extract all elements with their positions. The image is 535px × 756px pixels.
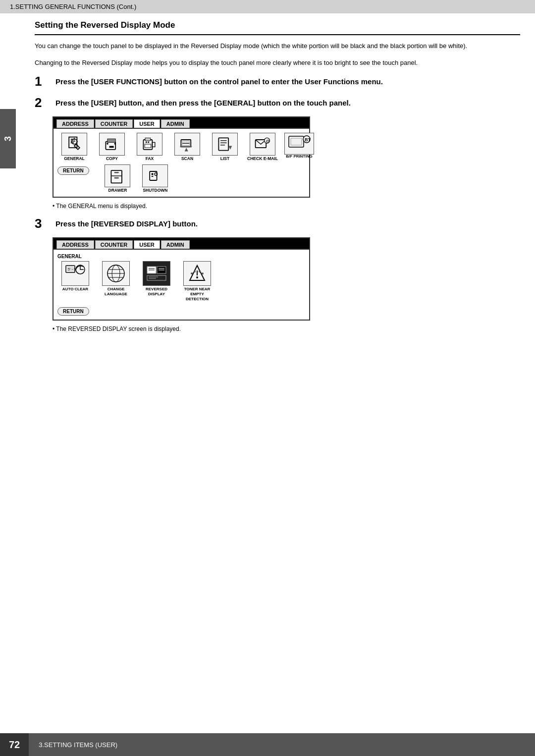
- svg-rect-14: [145, 144, 151, 148]
- svg-point-62: [194, 270, 196, 272]
- tab2-counter[interactable]: COUNTER: [95, 240, 133, 249]
- icon-reversed-display[interactable]: REVERSED DISPLAY: [139, 261, 174, 301]
- icon-auto-clear[interactable]: 5'→5' AUTO CLEAR: [57, 261, 93, 301]
- icon-auto-clear-label: AUTO CLEAR: [62, 287, 88, 292]
- return-button-1[interactable]: RETURN: [57, 166, 89, 175]
- svg-text:@: @: [266, 139, 269, 144]
- step-2: 2 Press the [USER] button, and then pres…: [35, 96, 520, 110]
- icon-copy[interactable]: COPY: [95, 133, 129, 161]
- screen-1-right-col: BT B/F PRINTING: [281, 133, 317, 193]
- svg-rect-38: [291, 138, 302, 145]
- step-1: 1 Press the [USER FUNCTIONS] button on t…: [35, 74, 520, 89]
- icon-list[interactable]: LIST: [208, 133, 242, 161]
- svg-rect-13: [145, 138, 151, 141]
- svg-point-64: [202, 272, 204, 274]
- icon-check-email-box: @: [250, 133, 275, 156]
- icon-drawer-box: [105, 164, 130, 187]
- section-title: Setting the Reversed Display Mode: [35, 13, 520, 35]
- step-1-text: Press the [USER FUNCTIONS] button on the…: [55, 74, 383, 87]
- icon-fax-label: FAX: [146, 157, 154, 161]
- icon-list-label: LIST: [220, 157, 229, 161]
- svg-rect-7: [106, 142, 115, 150]
- svg-rect-22: [218, 138, 228, 151]
- svg-rect-34: [152, 173, 154, 175]
- icon-shutdown-box: [142, 164, 168, 187]
- chapter-tab: 3: [0, 109, 16, 168]
- svg-point-11: [114, 143, 116, 145]
- svg-rect-56: [147, 275, 166, 280]
- icon-check-email-label: CHECK E-MAIL: [247, 157, 278, 161]
- tab-counter[interactable]: COUNTER: [95, 119, 133, 128]
- icon-drawer[interactable]: DRAWER: [101, 164, 134, 193]
- screen-2: ADDRESS COUNTER USER ADMIN GENERAL 5'→5': [53, 237, 310, 321]
- step-1-number: 1: [35, 74, 53, 89]
- icon-fax[interactable]: FAX: [133, 133, 166, 161]
- icon-list-box: [212, 133, 238, 156]
- icon-toner-detection-label: TONER NEAR EMPTY DETECTION: [179, 287, 215, 301]
- screen-1-row2: RETURN: [57, 164, 279, 193]
- svg-text:5'→5': 5'→5': [68, 268, 76, 271]
- tab2-user[interactable]: USER: [134, 240, 160, 249]
- icon-general-label: GENERAL: [64, 157, 85, 161]
- icon-general[interactable]: GENERAL: [57, 133, 91, 161]
- screen-2-section-label: GENERAL: [57, 254, 305, 259]
- svg-rect-8: [107, 139, 115, 142]
- icon-change-language-box: [102, 261, 130, 286]
- step-2-number: 2: [35, 96, 53, 110]
- screen-2-tab-row: ADDRESS COUNTER USER ADMIN: [54, 238, 309, 249]
- icon-reversed-display-box: [143, 261, 170, 286]
- intro-text-2: Changing to the Reversed Display mode he…: [35, 58, 520, 68]
- footer: 72 3.SETTING ITEMS (USER): [0, 733, 535, 756]
- breadcrumb: 1.SETTING GENERAL FUNCTIONS (Cont.): [0, 0, 535, 13]
- screen-1-body: GENERAL: [54, 128, 309, 197]
- screen-2-body: GENERAL 5'→5' AUTO CLEAR: [54, 249, 309, 320]
- svg-rect-35: [152, 176, 154, 177]
- icon-shutdown[interactable]: SHUTDOWN: [138, 164, 172, 193]
- svg-rect-31: [114, 177, 119, 178]
- tab2-admin[interactable]: ADMIN: [161, 240, 190, 249]
- tab2-address[interactable]: ADDRESS: [56, 240, 94, 249]
- svg-rect-19: [180, 146, 192, 148]
- icon-change-language-label: CHANGE LANGUAGE: [98, 287, 134, 296]
- step-2-text: Press the [USER] button, and then press …: [55, 96, 351, 108]
- svg-point-61: [191, 272, 193, 274]
- footer-text: 3.SETTING ITEMS (USER): [29, 741, 117, 749]
- icon-shutdown-label: SHUTDOWN: [143, 188, 167, 193]
- intro-text-1: You can change the touch panel to be dis…: [35, 41, 520, 51]
- icon-change-language[interactable]: CHANGE LANGUAGE: [98, 261, 134, 301]
- icon-check-email[interactable]: @ CHECK E-MAIL: [246, 133, 279, 161]
- icon-auto-clear-box: 5'→5': [61, 261, 89, 286]
- screen-1-icons-row: GENERAL: [57, 133, 279, 161]
- page-number: 72: [0, 733, 29, 756]
- note-1: The GENERAL menu is displayed.: [53, 203, 520, 210]
- icon-copy-box: [99, 133, 125, 156]
- icon-scan-box: [174, 133, 200, 156]
- icon-toner-detection-box: [183, 261, 211, 286]
- icon-reversed-display-label: REVERSED DISPLAY: [139, 287, 174, 296]
- icon-bf-printing[interactable]: BT B/F PRINTING: [281, 133, 317, 159]
- icon-bf-printing-label: B/F PRINTING: [286, 155, 312, 159]
- icon-copy-label: COPY: [106, 157, 118, 161]
- screen-2-icons: 5'→5' AUTO CLEAR: [57, 261, 305, 301]
- icon-scan[interactable]: SCAN: [170, 133, 204, 161]
- screen-1-tab-row: ADDRESS COUNTER USER ADMIN: [54, 117, 309, 128]
- icon-fax-box: [137, 133, 162, 156]
- icon-general-box: [61, 133, 87, 156]
- screen-1: ADDRESS COUNTER USER ADMIN: [53, 116, 310, 198]
- icon-drawer-label: DRAWER: [108, 188, 127, 193]
- svg-rect-32: [114, 171, 119, 173]
- return-button-2[interactable]: RETURN: [57, 307, 89, 316]
- svg-rect-9: [109, 146, 114, 148]
- svg-point-10: [107, 143, 108, 145]
- svg-text:BT: BT: [305, 137, 311, 142]
- tab-address[interactable]: ADDRESS: [56, 119, 94, 128]
- note-2: The REVERSED DISPLAY screen is displayed…: [53, 325, 520, 332]
- tab-user[interactable]: USER: [134, 119, 160, 128]
- icon-toner-detection[interactable]: TONER NEAR EMPTY DETECTION: [179, 261, 215, 301]
- icon-bf-printing-box: BT: [284, 133, 314, 155]
- svg-point-60: [196, 276, 198, 278]
- tab-admin[interactable]: ADMIN: [161, 119, 190, 128]
- step-3-text: Press the [REVERSED DISPLAY] button.: [55, 216, 198, 229]
- icon-scan-label: SCAN: [181, 157, 193, 161]
- svg-rect-15: [146, 142, 147, 143]
